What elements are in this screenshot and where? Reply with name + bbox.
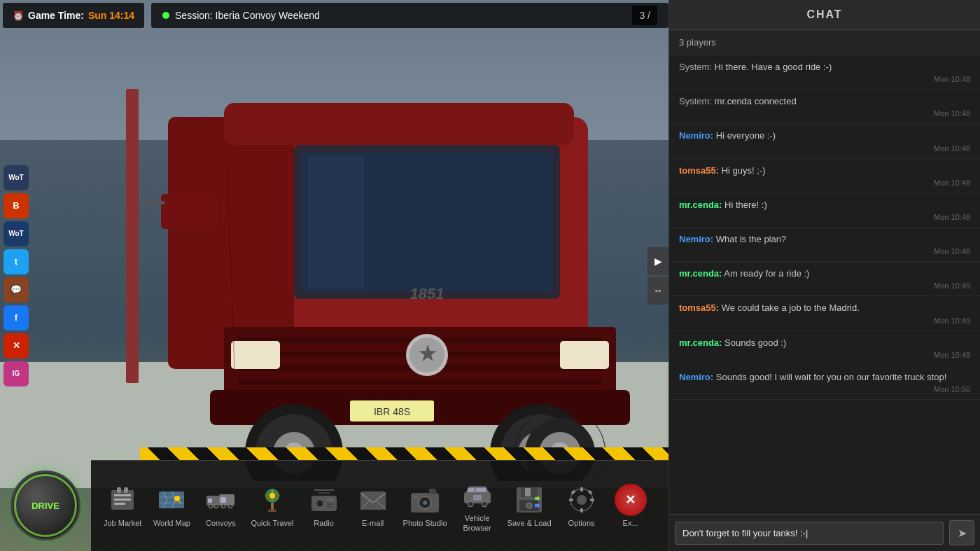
chat-message: Nemiro: Hi everyone :-) Mon 10:48 [669, 124, 980, 158]
session-bar: Session: Iberia Convoy Weekend 3 / [151, 3, 668, 28]
svg-rect-88 [587, 489, 592, 494]
svg-rect-47 [208, 498, 212, 503]
email-label: E-mail [362, 519, 384, 528]
toolbar-photo-studio[interactable]: Photo Studio [398, 480, 453, 532]
session-dot [162, 12, 169, 19]
arrow-right-btn[interactable]: ▶ [648, 247, 668, 275]
toolbar-options[interactable]: Options [557, 480, 606, 532]
svg-point-49 [209, 504, 213, 508]
players-count-bar: 3 players [669, 30, 980, 55]
session-label: Session: Iberia Convoy Weekend [175, 10, 320, 21]
svg-rect-61 [327, 503, 334, 505]
blog-icon[interactable]: B [4, 193, 29, 218]
top-hud: ⏰ Game Time: Sun 14:14 Session: Iberia C… [0, 0, 668, 28]
chat-title: CHAT [806, 8, 842, 20]
svg-rect-56 [268, 510, 276, 512]
toolbar-quick-travel[interactable]: Quick Travel [245, 480, 299, 532]
social-sidebar: WoT B WoT t 💬 f ✕ IG [4, 165, 29, 386]
svg-rect-16 [231, 341, 280, 369]
svg-rect-18 [161, 194, 217, 229]
svg-rect-60 [327, 498, 334, 501]
svg-point-73 [468, 501, 473, 507]
world-of-trucks-icon[interactable]: WoT [4, 165, 29, 190]
toolbar-world-map[interactable]: World Map [147, 480, 196, 532]
chat-message: System: Hi there. Have a good ride :-) M… [669, 55, 980, 90]
svg-rect-42 [124, 487, 128, 493]
email-icon [357, 484, 389, 516]
toolbar-convoys[interactable]: Convoys [196, 480, 245, 532]
svg-rect-4 [224, 103, 574, 145]
chat-message: Nemiro: Sounds good! I will wait for you… [669, 365, 980, 400]
svg-point-50 [214, 504, 218, 508]
chat-message: tomsa55: Hi guys! ;-) Mon 10:48 [669, 159, 980, 193]
chat-send-button[interactable]: ➤ [949, 520, 974, 545]
quit-icon[interactable]: ✕ [4, 333, 29, 358]
chat-message: System: mr.cenda connected Mon 10:48 [669, 90, 980, 124]
drive-button[interactable]: DRIVE [10, 470, 80, 540]
instagram-icon[interactable]: IG [4, 361, 29, 386]
svg-point-54 [270, 493, 275, 498]
svg-rect-62 [327, 506, 332, 508]
world-map-label: World Map [153, 519, 190, 528]
svg-point-67 [423, 501, 427, 505]
game-time-value: Sun 14:14 [88, 10, 134, 21]
twitter-icon[interactable]: t [4, 249, 29, 274]
svg-rect-87 [570, 489, 575, 494]
toolbar-job-market[interactable]: Job Market [98, 480, 147, 532]
chat-message: mr.cenda: Am ready for a ride :) Mon 10:… [669, 262, 980, 296]
svg-point-59 [318, 501, 322, 505]
svg-rect-1 [126, 89, 139, 383]
exit-btn-circle: ✕ [615, 484, 647, 516]
drive-ring [14, 474, 77, 537]
photo-studio-label: Photo Studio [403, 519, 447, 528]
svg-rect-85 [569, 498, 573, 501]
world-map-icon [155, 484, 188, 516]
photo-studio-icon [409, 484, 441, 516]
chat-message: tomsa55: We could take a job to the Madr… [669, 296, 980, 330]
arrow-expand-btn[interactable]: ↔ [648, 277, 668, 305]
radio-icon [308, 484, 340, 516]
svg-rect-48 [220, 497, 226, 503]
bottom-toolbar: Job Market World Map [91, 460, 668, 551]
game-time-bar: ⏰ Game Time: Sun 14:14 [3, 3, 144, 28]
svg-rect-83 [580, 487, 583, 491]
chat-message: mr.cenda: Sounds good :) Mon 10:49 [669, 331, 980, 365]
convoys-label: Convoys [206, 519, 236, 528]
wot2-icon[interactable]: WoT [4, 221, 29, 246]
svg-rect-12 [238, 379, 602, 385]
svg-point-80 [526, 503, 532, 508]
vehicle-browser-label: VehicleBrowser [463, 514, 491, 532]
game-time-label: Game Time: [28, 10, 84, 21]
svg-text:IBR 48S: IBR 48S [374, 406, 410, 417]
clock-icon: ⏰ [13, 11, 24, 21]
svg-point-52 [228, 504, 232, 508]
options-label: Options [568, 519, 595, 528]
svg-rect-43 [159, 491, 184, 508]
chat-panel: CHAT 3 players System: Hi there. Have a … [668, 0, 980, 551]
chat-message: mr.cenda: Hi there! :) Mon 10:48 [669, 193, 980, 228]
svg-rect-38 [114, 494, 131, 496]
chat-header: CHAT [669, 0, 980, 30]
toolbar-save-load[interactable]: Save & Load [502, 480, 557, 532]
radio-label: Radio [314, 519, 334, 528]
save-load-icon [513, 484, 545, 516]
svg-point-74 [482, 501, 487, 507]
forum-icon[interactable]: 💬 [4, 277, 29, 302]
svg-rect-17 [560, 341, 609, 369]
svg-rect-75 [473, 495, 482, 501]
svg-rect-41 [117, 487, 121, 493]
toolbar-vehicle-browser[interactable]: VehicleBrowser [453, 475, 502, 536]
save-load-label: Save & Load [507, 519, 552, 528]
options-icon [566, 484, 598, 516]
chat-input[interactable] [675, 522, 944, 545]
viewport-arrows[interactable]: ▶ ↔ [648, 246, 668, 306]
facebook-icon[interactable]: f [4, 305, 29, 330]
toolbar-exit[interactable]: ✕ Ex... [606, 480, 655, 532]
quick-travel-label: Quick Travel [251, 519, 293, 528]
vehicle-browser-icon [461, 479, 493, 511]
toolbar-email[interactable]: E-mail [349, 480, 398, 532]
chat-messages: System: Hi there. Have a good ride :-) M… [669, 55, 980, 514]
player-count: 3 / [632, 6, 657, 25]
toolbar-radio[interactable]: Radio [300, 480, 349, 532]
hazard-strip [140, 447, 668, 460]
